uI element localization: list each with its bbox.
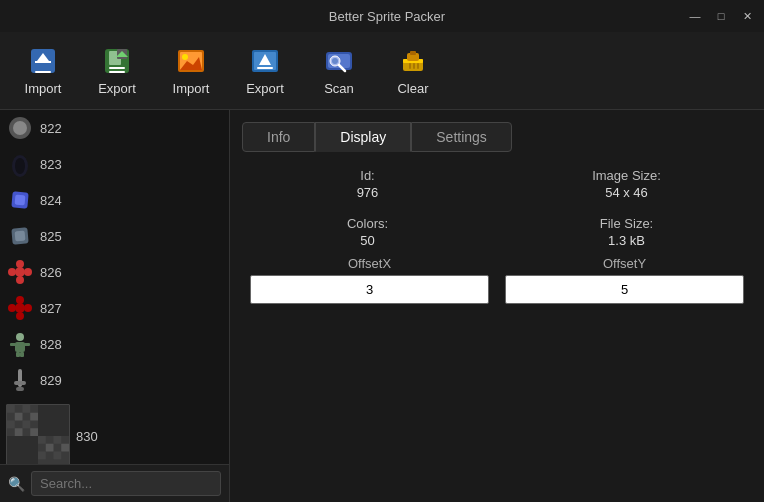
clear-button[interactable]: Clear xyxy=(378,38,448,104)
colors-value: 50 xyxy=(360,233,374,248)
item-label: 826 xyxy=(40,265,62,280)
svg-rect-52 xyxy=(10,343,16,346)
colors-label: Colors: xyxy=(347,216,388,231)
svg-rect-68 xyxy=(38,436,46,444)
item-thumb xyxy=(6,258,34,286)
list-item[interactable]: 823 xyxy=(0,146,229,182)
svg-rect-65 xyxy=(23,421,31,429)
item-label: 829 xyxy=(40,373,62,388)
svg-point-33 xyxy=(15,158,25,174)
svg-point-41 xyxy=(8,268,16,276)
id-cell: Id: 976 xyxy=(250,168,485,200)
svg-point-43 xyxy=(15,303,25,313)
export2-label: Export xyxy=(246,81,284,96)
svg-point-12 xyxy=(182,54,188,60)
item-thumb xyxy=(6,404,70,464)
svg-rect-17 xyxy=(257,67,273,69)
item-label: 828 xyxy=(40,337,62,352)
item-thumb xyxy=(6,222,34,250)
import1-icon xyxy=(27,45,59,77)
svg-rect-70 xyxy=(46,444,54,452)
list-item[interactable]: 830 xyxy=(0,398,229,464)
tab-info[interactable]: Info xyxy=(242,122,315,152)
maximize-button[interactable]: □ xyxy=(712,7,730,25)
minimize-button[interactable]: — xyxy=(686,7,704,25)
tab-display[interactable]: Display xyxy=(315,122,411,152)
svg-rect-1 xyxy=(35,61,51,63)
svg-rect-50 xyxy=(16,352,20,357)
image-size-cell: Image Size: 54 x 46 xyxy=(509,168,744,200)
import1-label: Import xyxy=(25,81,62,96)
item-label: 822 xyxy=(40,121,62,136)
svg-rect-49 xyxy=(15,342,25,352)
svg-point-40 xyxy=(16,276,24,284)
svg-point-21 xyxy=(332,58,338,64)
svg-rect-64 xyxy=(7,421,15,429)
svg-point-48 xyxy=(16,333,24,341)
export2-icon xyxy=(249,45,281,77)
search-input[interactable] xyxy=(31,471,221,496)
offset-y-cell: OffsetY xyxy=(505,256,744,304)
export1-label: Export xyxy=(98,81,136,96)
offset-x-input[interactable] xyxy=(250,275,489,304)
item-label: 827 xyxy=(40,301,62,316)
file-size-label: File Size: xyxy=(600,216,653,231)
svg-rect-8 xyxy=(109,67,125,69)
list-item[interactable]: 828 xyxy=(0,326,229,362)
id-label: Id: xyxy=(360,168,374,183)
image-size-value: 54 x 46 xyxy=(605,185,648,200)
close-button[interactable]: ✕ xyxy=(738,7,756,25)
svg-rect-51 xyxy=(20,352,24,357)
toolbar: Import Export Import xyxy=(0,32,764,110)
file-size-value: 1.3 kB xyxy=(608,233,645,248)
svg-point-38 xyxy=(15,267,25,277)
svg-rect-55 xyxy=(14,381,26,385)
item-thumb xyxy=(6,186,34,214)
svg-rect-69 xyxy=(54,436,62,444)
svg-rect-27 xyxy=(409,63,411,69)
import1-button[interactable]: Import xyxy=(8,38,78,104)
list-item[interactable]: 829 xyxy=(0,362,229,398)
svg-rect-61 xyxy=(23,405,31,413)
import2-label: Import xyxy=(173,81,210,96)
search-bar: 🔍 xyxy=(0,464,229,502)
offset-x-label: OffsetX xyxy=(348,256,391,271)
svg-rect-67 xyxy=(30,428,38,436)
list-item[interactable]: 826 xyxy=(0,254,229,290)
offset-y-input[interactable] xyxy=(505,275,744,304)
tab-bar: Info Display Settings xyxy=(242,122,752,152)
list-item[interactable]: 822 xyxy=(0,110,229,146)
svg-rect-63 xyxy=(30,413,38,421)
svg-rect-37 xyxy=(15,231,26,242)
svg-rect-71 xyxy=(61,444,69,452)
svg-rect-35 xyxy=(15,195,26,206)
export1-button[interactable]: Export xyxy=(82,38,152,104)
file-size-cell: File Size: 1.3 kB xyxy=(509,216,744,248)
svg-point-44 xyxy=(16,296,24,304)
app-title: Better Sprite Packer xyxy=(88,9,686,24)
export2-button[interactable]: Export xyxy=(230,38,300,104)
list-item[interactable]: 824 xyxy=(0,182,229,218)
svg-point-47 xyxy=(24,304,32,312)
sidebar: 822 823 xyxy=(0,110,230,502)
main-area: 822 823 xyxy=(0,110,764,502)
item-thumb xyxy=(6,294,34,322)
title-bar: Better Sprite Packer — □ ✕ xyxy=(0,0,764,32)
list-item[interactable]: 827 xyxy=(0,290,229,326)
scan-label: Scan xyxy=(324,81,354,96)
svg-rect-56 xyxy=(16,387,24,391)
svg-point-46 xyxy=(8,304,16,312)
item-thumb xyxy=(6,330,34,358)
svg-rect-60 xyxy=(7,405,15,413)
clear-icon xyxy=(397,45,429,77)
right-panel: Info Display Settings Id: 976 Image Size… xyxy=(230,110,764,502)
tab-settings[interactable]: Settings xyxy=(411,122,512,152)
svg-rect-9 xyxy=(109,71,125,73)
scan-button[interactable]: Scan xyxy=(304,38,374,104)
list-item[interactable]: 825 xyxy=(0,218,229,254)
window-controls: — □ ✕ xyxy=(686,7,756,25)
colors-cell: Colors: 50 xyxy=(250,216,485,248)
svg-point-45 xyxy=(16,312,24,320)
svg-rect-62 xyxy=(15,413,23,421)
import2-button[interactable]: Import xyxy=(156,38,226,104)
